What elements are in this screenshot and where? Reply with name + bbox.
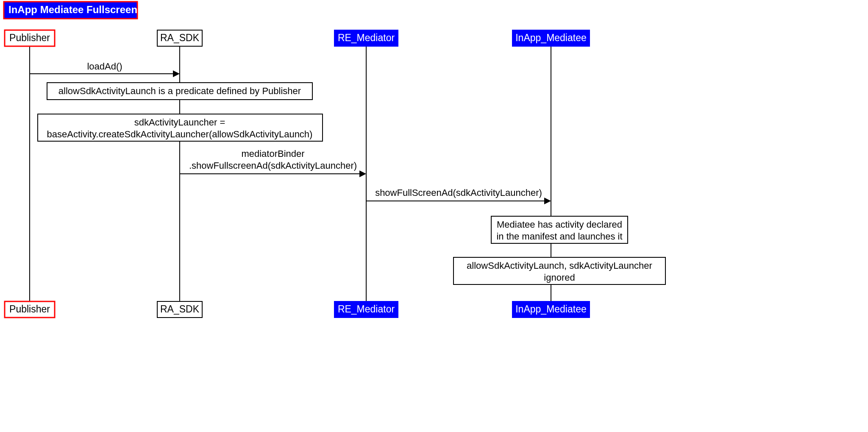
participant-re-mediator-bottom: RE_Mediator	[334, 301, 398, 318]
participant-publisher-bottom-label: Publisher	[9, 304, 50, 315]
note-sdk-launcher-l2: baseActivity.createSdkActivityLauncher(a…	[47, 129, 313, 139]
participant-inapp-mediatee-label: InApp_Mediatee	[515, 32, 587, 43]
participant-publisher-top: Publisher	[5, 30, 55, 46]
note-allow-predicate: allowSdkActivityLaunch is a predicate de…	[47, 83, 312, 100]
participant-inapp-mediatee-top: InApp_Mediatee	[512, 30, 590, 46]
note-allow-predicate-text: allowSdkActivityLaunch is a predicate de…	[58, 86, 301, 96]
diagram-title: InApp Mediatee Fullscreen Ad	[4, 2, 153, 19]
participant-publisher-label: Publisher	[9, 32, 50, 43]
note-sdk-launcher-l1: sdkActivityLauncher =	[134, 117, 225, 128]
diagram-title-text: InApp Mediatee Fullscreen Ad	[8, 4, 153, 15]
participant-ra-sdk-bottom: RA_SDK	[157, 301, 202, 318]
participant-inapp-mediatee-bottom: InApp_Mediatee	[512, 301, 590, 318]
participant-ra-sdk-top: RA_SDK	[157, 30, 202, 46]
note-mediatee-declared-l2: in the manifest and launches it	[496, 231, 622, 242]
svg-marker-6	[173, 70, 180, 77]
participant-inapp-mediatee-bottom-label: InApp_Mediatee	[515, 304, 587, 315]
svg-marker-10	[359, 170, 366, 177]
participant-ra-sdk-bottom-label: RA_SDK	[160, 304, 200, 315]
note-mediatee-declared-l1: Mediatee has activity declared	[497, 219, 622, 230]
participant-re-mediator-top: RE_Mediator	[334, 30, 398, 46]
message-loadad-label: loadAd()	[87, 61, 122, 72]
message-mediator-binder-l1: mediatorBinder	[241, 148, 304, 159]
participant-publisher-bottom: Publisher	[5, 301, 55, 318]
note-sdk-launcher: sdkActivityLauncher = baseActivity.creat…	[38, 114, 323, 141]
message-show-fullscreen-label: showFullScreenAd(sdkActivityLauncher)	[375, 187, 542, 198]
participant-re-mediator-label: RE_Mediator	[338, 32, 395, 43]
note-ignored: allowSdkActivityLaunch, sdkActivityLaunc…	[453, 257, 665, 284]
note-mediatee-declared: Mediatee has activity declared in the ma…	[491, 216, 628, 243]
message-loadad: loadAd()	[30, 61, 180, 77]
message-mediator-binder: mediatorBinder .showFullscreenAd(sdkActi…	[180, 148, 366, 177]
note-ignored-l1: allowSdkActivityLaunch, sdkActivityLaunc…	[467, 260, 652, 271]
svg-marker-12	[544, 198, 551, 204]
message-show-fullscreen: showFullScreenAd(sdkActivityLauncher)	[366, 187, 551, 204]
participant-re-mediator-bottom-label: RE_Mediator	[338, 304, 395, 315]
participant-ra-sdk-label: RA_SDK	[160, 32, 200, 43]
message-mediator-binder-l2: .showFullscreenAd(sdkActivityLauncher)	[189, 160, 357, 171]
note-ignored-l2: ignored	[544, 272, 575, 283]
